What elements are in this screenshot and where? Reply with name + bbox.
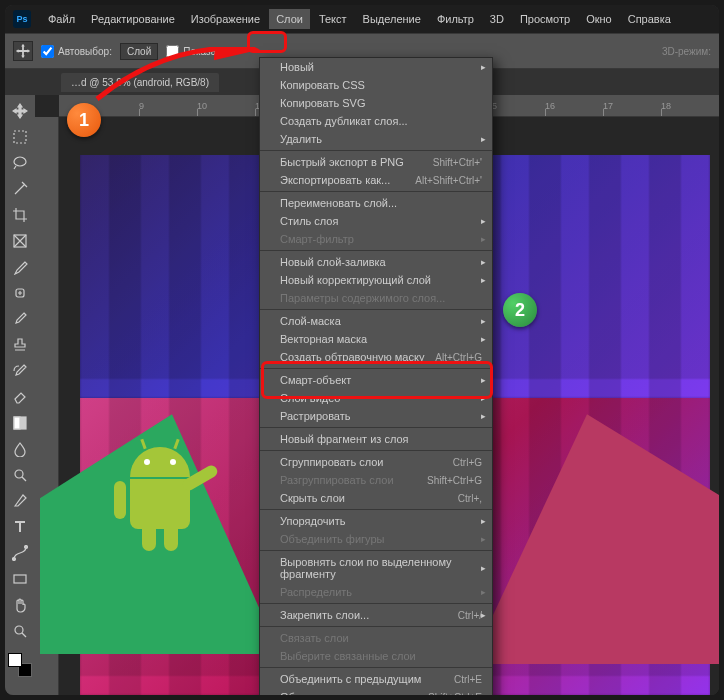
show-checkbox[interactable]: Показа	[166, 45, 216, 58]
menu-item-слой-маска[interactable]: Слой-маска	[260, 312, 492, 330]
menu-item-растрировать[interactable]: Растрировать	[260, 407, 492, 425]
crop-tool[interactable]	[8, 203, 32, 227]
menu-item-параметры-содержимого-слоя-: Параметры содержимого слоя...	[260, 289, 492, 307]
menu-item-быстрый-экспорт-в-png[interactable]: Быстрый экспорт в PNGShift+Ctrl+'	[260, 153, 492, 171]
menu-item-новый[interactable]: Новый	[260, 58, 492, 76]
menu-item-объединить-с-предыдущим[interactable]: Объединить с предыдущимCtrl+E	[260, 670, 492, 688]
mode3d-label: 3D-режим:	[662, 46, 711, 57]
svg-point-6	[13, 558, 16, 561]
menu-item-новый-слой-заливка[interactable]: Новый слой-заливка	[260, 253, 492, 271]
menu-выделение[interactable]: Выделение	[356, 9, 428, 29]
hand-tool[interactable]	[8, 593, 32, 617]
ruler-mark: 16	[545, 101, 555, 111]
svg-rect-0	[14, 131, 26, 143]
menu-item-смарт-объект[interactable]: Смарт-объект	[260, 371, 492, 389]
svg-point-9	[15, 626, 23, 634]
menu-item-создать-обтравочную-маску[interactable]: Создать обтравочную маскуAlt+Ctrl+G	[260, 348, 492, 366]
marquee-tool[interactable]	[8, 125, 32, 149]
svg-rect-8	[14, 575, 26, 583]
layers-menu-dropdown: НовыйКопировать CSSКопировать SVGСоздать…	[259, 57, 493, 695]
path-tool[interactable]	[8, 541, 32, 565]
app-window: Ps ФайлРедактированиеИзображениеСлоиТекс…	[5, 5, 719, 695]
menu-item-выровнять-слои-по-выделенному-фрагменту[interactable]: Выровнять слои по выделенному фрагменту	[260, 553, 492, 583]
menu-item-разгруппировать-слои: Разгруппировать слоиShift+Ctrl+G	[260, 471, 492, 489]
tools-panel	[5, 95, 35, 695]
svg-point-7	[25, 546, 28, 549]
blur-tool[interactable]	[8, 437, 32, 461]
show-label: Показа	[183, 46, 216, 57]
svg-rect-4	[14, 417, 20, 429]
menu-окно[interactable]: Окно	[579, 9, 619, 29]
menubar: ФайлРедактированиеИзображениеСлоиТекстВы…	[41, 9, 678, 29]
type-tool[interactable]	[8, 515, 32, 539]
step-badge-1: 1	[67, 103, 101, 137]
menu-просмотр[interactable]: Просмотр	[513, 9, 577, 29]
app-logo: Ps	[13, 10, 31, 28]
menu-item-копировать-css[interactable]: Копировать CSS	[260, 76, 492, 94]
rect-tool[interactable]	[8, 567, 32, 591]
move-tool[interactable]	[8, 99, 32, 123]
menu-item-новый-корректирующий-слой[interactable]: Новый корректирующий слой	[260, 271, 492, 289]
titlebar: Ps ФайлРедактированиеИзображениеСлоиТекс…	[5, 5, 719, 33]
menu-item-векторная-маска[interactable]: Векторная маска	[260, 330, 492, 348]
step-badge-2: 2	[503, 293, 537, 327]
menu-редактирование[interactable]: Редактирование	[84, 9, 182, 29]
menu-item-новый-фрагмент-из-слоя[interactable]: Новый фрагмент из слоя	[260, 430, 492, 448]
menu-item-выберите-связанные-слои: Выберите связанные слои	[260, 647, 492, 665]
menu-item-объединить-видимые[interactable]: Объединить видимыеShift+Ctrl+E	[260, 688, 492, 695]
menu-справка[interactable]: Справка	[621, 9, 678, 29]
menu-файл[interactable]: Файл	[41, 9, 82, 29]
menu-фильтр[interactable]: Фильтр	[430, 9, 481, 29]
lasso-tool[interactable]	[8, 151, 32, 175]
document-tab[interactable]: …d @ 53.9% (android, RGB/8)	[61, 73, 219, 92]
menu-изображение[interactable]: Изображение	[184, 9, 267, 29]
menu-item-стиль-слоя[interactable]: Стиль слоя	[260, 212, 492, 230]
menu-слои[interactable]: Слои	[269, 9, 310, 29]
auto-select-input[interactable]	[41, 45, 54, 58]
layer-select[interactable]: Слой	[120, 43, 158, 60]
menu-текст[interactable]: Текст	[312, 9, 354, 29]
pen-tool[interactable]	[8, 489, 32, 513]
menu-item-слои-видео[interactable]: Слои видео	[260, 389, 492, 407]
ruler-mark: 17	[603, 101, 613, 111]
menu-item-скрыть-слои[interactable]: Скрыть слоиCtrl+,	[260, 489, 492, 507]
dodge-tool[interactable]	[8, 463, 32, 487]
history-tool[interactable]	[8, 359, 32, 383]
ruler-mark: 10	[197, 101, 207, 111]
menu-item-связать-слои: Связать слои	[260, 629, 492, 647]
svg-point-5	[15, 470, 23, 478]
eyedropper-tool[interactable]	[8, 255, 32, 279]
menu-item-копировать-svg[interactable]: Копировать SVG	[260, 94, 492, 112]
brush-tool[interactable]	[8, 307, 32, 331]
menu-item-экспортировать-как-[interactable]: Экспортировать как...Alt+Shift+Ctrl+'	[260, 171, 492, 189]
frame-tool[interactable]	[8, 229, 32, 253]
zoom-tool[interactable]	[8, 619, 32, 643]
move-tool-icon	[13, 41, 33, 61]
menu-item-создать-дубликат-слоя-[interactable]: Создать дубликат слоя...	[260, 112, 492, 130]
menu-3d[interactable]: 3D	[483, 9, 511, 29]
menu-item-объединить-фигуры: Объединить фигуры	[260, 530, 492, 548]
android-image	[110, 447, 210, 567]
menu-item-удалить[interactable]: Удалить	[260, 130, 492, 148]
menu-item-переименовать-слой-[interactable]: Переименовать слой...	[260, 194, 492, 212]
wand-tool[interactable]	[8, 177, 32, 201]
menu-item-закрепить-слои-[interactable]: Закрепить слои...Ctrl+/	[260, 606, 492, 624]
eraser-tool[interactable]	[8, 385, 32, 409]
show-input[interactable]	[166, 45, 179, 58]
gradient-tool[interactable]	[8, 411, 32, 435]
ruler-mark: 18	[661, 101, 671, 111]
color-swatches[interactable]	[8, 653, 32, 677]
auto-select-checkbox[interactable]: Автовыбор:	[41, 45, 112, 58]
menu-item-смарт-фильтр: Смарт-фильтр	[260, 230, 492, 248]
stamp-tool[interactable]	[8, 333, 32, 357]
menu-item-упорядочить[interactable]: Упорядочить	[260, 512, 492, 530]
menu-item-распределить: Распределить	[260, 583, 492, 601]
auto-select-label: Автовыбор:	[58, 46, 112, 57]
menu-item-сгруппировать-слои[interactable]: Сгруппировать слоиCtrl+G	[260, 453, 492, 471]
heal-tool[interactable]	[8, 281, 32, 305]
